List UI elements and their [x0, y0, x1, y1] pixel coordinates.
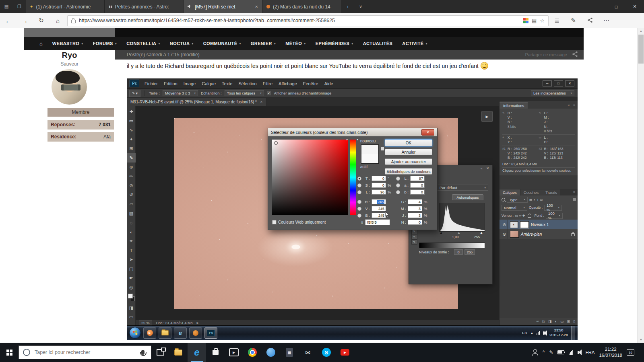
avatar[interactable]: [52, 69, 87, 105]
win7-network-icon[interactable]: [537, 331, 540, 335]
hub-icon[interactable]: ≣: [549, 17, 565, 24]
hue-slider[interactable]: [350, 140, 356, 215]
layer-name[interactable]: Arrière-plan: [521, 232, 542, 237]
photoshop-screenshot-image[interactable]: Ps Fichier Edition Image Calque Texte Sé…: [127, 78, 578, 340]
workspace-dropdown[interactable]: Les indispensables▾: [531, 90, 574, 96]
eraser-tool[interactable]: ▱: [127, 200, 136, 209]
filter-toggle[interactable]: [573, 198, 576, 201]
ps-restore-button[interactable]: □: [554, 80, 563, 86]
radio-b[interactable]: [357, 214, 361, 218]
panel-close-icon[interactable]: ✕: [486, 167, 489, 170]
panel-menu-icon[interactable]: ≡: [573, 190, 575, 194]
tab-traces[interactable]: Tracés: [542, 189, 560, 195]
win7-show-desktop[interactable]: [571, 326, 575, 340]
t-input[interactable]: 0: [372, 176, 386, 181]
hex-input[interactable]: f5f5f5: [365, 219, 390, 225]
picker-close-button[interactable]: ✕: [421, 129, 434, 136]
layer-styles-icon[interactable]: fx: [542, 319, 545, 323]
color-marker[interactable]: [274, 141, 278, 145]
battery-icon[interactable]: [557, 350, 564, 354]
filter-kind-dropdown[interactable]: Type▾: [507, 197, 528, 203]
browser-tab-mars[interactable]: (2) Mars dans la nuit du 14: [262, 0, 341, 13]
dock-collapse-icon[interactable]: «: [568, 103, 570, 107]
blend-mode-dropdown[interactable]: Normal▾: [502, 205, 527, 211]
win7-language[interactable]: FR: [522, 331, 527, 335]
share-post-icon[interactable]: [572, 51, 578, 59]
panel-collapse-icon[interactable]: «: [481, 167, 483, 171]
tabs-aside-icon[interactable]: ❐: [13, 0, 26, 13]
collapsed-panel-button[interactable]: ▶: [481, 111, 493, 122]
sampling-ring-checkbox[interactable]: ✓: [267, 91, 271, 95]
document-tab[interactable]: M31-RVB-Neb-PS avant.tif @ 25% (Niveaux …: [127, 98, 267, 106]
adjustment-thumbnail[interactable]: ◐: [510, 221, 518, 228]
win7-start-button[interactable]: [129, 327, 141, 339]
share-post-label[interactable]: Partager ce message: [525, 52, 567, 57]
lab-l-input[interactable]: 97: [410, 176, 425, 181]
menu-aide[interactable]: Aide: [324, 81, 333, 86]
taskbar-store[interactable]: [206, 343, 225, 362]
j-input[interactable]: 3: [408, 213, 422, 218]
taskbar-messenger[interactable]: [262, 343, 280, 362]
taskbar-chrome[interactable]: [243, 343, 262, 362]
color-swatches[interactable]: [127, 293, 136, 303]
taskbar-edge-active[interactable]: e: [188, 343, 206, 362]
s-input[interactable]: 0: [372, 183, 386, 188]
eyedropper-tool[interactable]: ✎: [127, 153, 136, 162]
taskbar-mail[interactable]: ✉: [299, 343, 317, 362]
visibility-eye-icon[interactable]: ⊙: [501, 229, 508, 239]
window-maximize-button[interactable]: □: [607, 0, 625, 13]
pen-tool[interactable]: ✒: [127, 237, 136, 246]
web-only-checkbox[interactable]: [272, 220, 277, 224]
orange-app-icon[interactable]: [189, 327, 202, 339]
menu-affichage[interactable]: Affichage: [279, 81, 297, 86]
move-tool[interactable]: ✚: [127, 107, 136, 116]
screen-mode-button[interactable]: ▭: [127, 313, 136, 322]
language-indicator[interactable]: FRA: [585, 350, 594, 355]
tab-preview-toggle-icon[interactable]: ▤: [0, 0, 13, 13]
taskbar-clock[interactable]: 21:22 16/07/2018: [599, 346, 622, 358]
heal-tool[interactable]: ⊕: [127, 162, 136, 172]
hidden-icons-chevron[interactable]: ^: [543, 350, 545, 355]
fill-dropdown[interactable]: 100 %▾: [546, 213, 563, 219]
browser-tab-m57-active[interactable]: [M57] Rokh se met ✕: [184, 0, 262, 13]
zoom-level[interactable]: 25 %: [139, 320, 152, 325]
nav-item-grenier[interactable]: GRENIER▾: [251, 41, 276, 46]
lock-all-icon[interactable]: [528, 215, 531, 218]
document-close-icon[interactable]: ✕: [260, 100, 263, 104]
nav-item-communaute[interactable]: COMMUNAUTÉ▾: [203, 41, 241, 46]
menu-fenetre[interactable]: Fenêtre: [303, 81, 318, 86]
levels-preset-dropdown[interactable]: Par défaut▾: [437, 185, 488, 191]
microphone-icon[interactable]: [141, 350, 144, 355]
lock-icons[interactable]: ▨✏✚: [515, 214, 526, 218]
output-low-field[interactable]: 0: [454, 249, 463, 255]
share-icon[interactable]: [582, 17, 598, 24]
path-select-tool[interactable]: ➤: [127, 255, 136, 264]
browser-tab-astrosurf[interactable]: ✦ (1) Astrosurf - Astronomie: [26, 0, 105, 13]
add-mask-icon[interactable]: ◨: [548, 319, 552, 323]
radio-t[interactable]: [357, 177, 361, 181]
white-eyedropper[interactable]: ✎: [411, 239, 417, 245]
forward-button[interactable]: →: [17, 17, 33, 24]
taskbar-calculator[interactable]: ▦: [280, 343, 299, 362]
nav-item-webastro[interactable]: WEBASTRO▾: [52, 41, 83, 46]
n-input[interactable]: 0: [408, 220, 422, 225]
nav-item-forums[interactable]: FORUMS▾: [93, 41, 117, 46]
author-name[interactable]: Ryo: [24, 51, 115, 60]
crop-tool[interactable]: ⊞: [127, 144, 136, 153]
extension-icon[interactable]: [523, 18, 528, 23]
back-button[interactable]: ←: [0, 17, 17, 24]
lab-b-input[interactable]: 0: [410, 189, 425, 195]
nav-item-constellia[interactable]: CONSTELLIA▾: [126, 41, 160, 46]
menu-selection[interactable]: Sélection: [238, 81, 256, 86]
taskbar-search-box[interactable]: [19, 346, 151, 359]
visibility-eye-icon[interactable]: ⊙: [501, 220, 508, 229]
task-view-button[interactable]: [151, 343, 169, 362]
nav-item-actualites[interactable]: ACTUALITÉS: [363, 41, 393, 46]
scroll-down-arrow[interactable]: ▼: [638, 338, 644, 341]
win7-clock[interactable]: 23:50 2015-12-20: [549, 328, 568, 337]
blur-tool[interactable]: ◌: [127, 218, 136, 227]
cortana-icon[interactable]: [23, 349, 30, 356]
layer-thumbnail[interactable]: [510, 231, 519, 238]
network-icon[interactable]: [569, 350, 573, 355]
radio-v[interactable]: [357, 207, 361, 211]
